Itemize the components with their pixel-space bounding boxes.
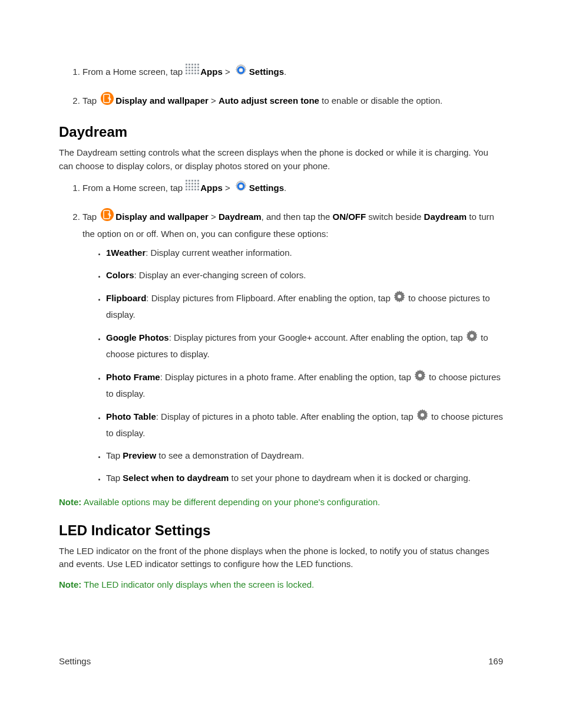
text: .: [284, 67, 286, 77]
daydream-label: Daydream: [424, 212, 467, 222]
list-item: Tap Select when to daydream to set your …: [106, 471, 503, 485]
settings-label: Settings: [249, 183, 284, 193]
display-wallpaper-icon: [100, 207, 114, 226]
text: : Display pictures from Flipboard. After…: [146, 293, 393, 303]
daydream-steps: From a Home screen, tap Apps > Settings.…: [59, 180, 503, 485]
list-item: Photo Frame: Display pictures in a photo…: [106, 370, 503, 401]
note-text: Available options may be different depen…: [81, 497, 380, 507]
text: : Display of pictures in a photo table. …: [156, 411, 416, 421]
led-intro: The LED indicator on the front of the ph…: [59, 545, 503, 571]
list-item: Tap Preview to see a demonstration of Da…: [106, 449, 503, 463]
text: : Display pictures in a photo frame. Aft…: [160, 372, 414, 382]
heading-led: LED Indicator Settings: [59, 522, 503, 539]
list-item: Google Photos: Display pictures from you…: [106, 330, 503, 361]
separator: >: [209, 212, 219, 222]
gear-icon: [416, 409, 428, 426]
list-item: Flipboard: Display pictures from Flipboa…: [106, 291, 503, 322]
option-1weather: 1Weather: [106, 248, 146, 258]
daydream-note: Note: Available options may be different…: [59, 496, 503, 509]
text: : Display pictures from your Google+ acc…: [169, 332, 465, 342]
daydream-options: 1Weather: Display current weather inform…: [82, 246, 503, 485]
footer-section: Settings: [59, 656, 91, 666]
step-item: From a Home screen, tap Apps > Settings.: [82, 180, 503, 198]
option-google-photos: Google Photos: [106, 332, 169, 342]
gear-icon: [394, 290, 405, 307]
step-item: Tap Display and wallpaper > Auto adjust …: [82, 93, 503, 111]
separator: >: [223, 67, 233, 77]
text: , and then tap the: [262, 212, 333, 222]
option-photo-table: Photo Table: [106, 411, 156, 421]
daydream-label: Daydream: [219, 212, 262, 222]
step-item: From a Home screen, tap Apps > Settings.: [82, 64, 503, 82]
auto-adjust-steps: From a Home screen, tap Apps > Settings.…: [59, 64, 503, 111]
text: to set your phone to daydream when it is…: [229, 473, 470, 483]
settings-gear-icon: [234, 179, 248, 197]
option-flipboard: Flipboard: [106, 293, 146, 303]
display-wallpaper-label: Display and wallpaper: [115, 212, 209, 222]
step-item: Tap Display and wallpaper > Daydream, an…: [82, 209, 503, 485]
list-item: Colors: Display an ever-changing screen …: [106, 268, 503, 282]
preview-label: Preview: [123, 450, 156, 460]
list-item: Photo Table: Display of pictures in a ph…: [106, 409, 503, 440]
separator: >: [223, 183, 233, 193]
text: Tap: [82, 95, 99, 106]
select-when-label: Select when to daydream: [123, 473, 229, 483]
document-page: From a Home screen, tap Apps > Settings.…: [0, 0, 562, 701]
text: Tap: [106, 450, 123, 460]
gear-icon: [414, 369, 426, 386]
option-colors: Colors: [106, 270, 134, 280]
text: : Display an ever-changing screen of col…: [134, 270, 306, 280]
footer-page-number: 169: [488, 656, 503, 666]
settings-label: Settings: [249, 67, 284, 77]
text: Tap: [82, 212, 99, 222]
note-label: Note:: [59, 579, 81, 589]
list-item: 1Weather: Display current weather inform…: [106, 246, 503, 260]
text: Tap: [106, 473, 123, 483]
settings-gear-icon: [234, 63, 248, 81]
gear-icon: [466, 330, 478, 347]
text: : Display current weather information.: [146, 248, 292, 258]
note-text: The LED indicator only displays when the…: [81, 579, 314, 589]
text: From a Home screen, tap: [82, 67, 185, 77]
display-wallpaper-label: Display and wallpaper: [115, 95, 209, 106]
text: switch beside: [366, 212, 424, 222]
daydream-intro: The Daydream setting controls what the s…: [59, 146, 503, 173]
led-note: Note: The LED indicator only displays wh…: [59, 578, 503, 592]
page-footer: Settings 169: [59, 656, 503, 666]
apps-grid-icon: [186, 180, 200, 195]
text: to see a demonstration of Daydream.: [156, 450, 304, 460]
auto-adjust-label: Auto adjust screen tone: [219, 95, 319, 106]
onoff-label: ON/OFF: [333, 212, 366, 222]
separator: >: [209, 95, 219, 106]
heading-daydream: Daydream: [59, 124, 503, 140]
note-label: Note:: [59, 497, 81, 507]
apps-grid-icon: [186, 64, 200, 79]
text: .: [284, 183, 286, 193]
text: From a Home screen, tap: [82, 183, 185, 193]
text: to enable or disable the option.: [319, 95, 442, 106]
apps-label: Apps: [200, 183, 223, 193]
apps-label: Apps: [200, 67, 223, 77]
display-wallpaper-icon: [100, 91, 114, 110]
option-photo-frame: Photo Frame: [106, 372, 160, 382]
